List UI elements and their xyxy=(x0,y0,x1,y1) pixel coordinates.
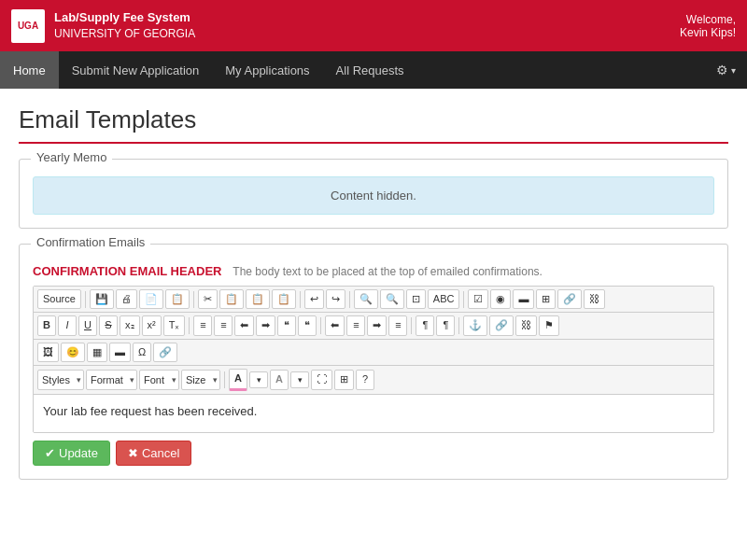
tb-unlink2[interactable]: ⛓ xyxy=(515,315,537,335)
tb-cut[interactable]: ✂ xyxy=(198,289,218,309)
tb-hline[interactable]: ▬ xyxy=(109,343,131,362)
navbar: Home Submit New Application My Applicati… xyxy=(0,51,747,89)
header-title: Lab/Supply Fee System UNIVERSITY OF GEOR… xyxy=(54,9,195,42)
cancel-button[interactable]: ✖ Cancel xyxy=(116,441,191,466)
tb-image[interactable]: 🖼 xyxy=(37,343,59,362)
tb-find[interactable]: 🔍 xyxy=(354,289,378,309)
editor-content[interactable]: Your lab fee request has been received. xyxy=(34,395,713,432)
nav-gear-dropdown[interactable]: ⚙ ▾ xyxy=(705,51,747,89)
toolbar-row-4: Styles Format Font Size xyxy=(34,366,713,394)
logo-box: UGA xyxy=(11,9,45,43)
tb-redo[interactable]: ↪ xyxy=(326,289,345,309)
tb-help[interactable]: ? xyxy=(356,370,374,389)
tb-anchor[interactable]: ⚓ xyxy=(463,315,487,335)
confirmation-emails-legend: Confirmation Emails xyxy=(31,235,150,249)
tb-subscript[interactable]: x₂ xyxy=(120,315,140,335)
tb-templates[interactable]: 📄 xyxy=(139,289,163,309)
tb-show-blocks[interactable]: ⊞ xyxy=(334,370,354,389)
tb-link[interactable]: 🔗 xyxy=(557,289,582,309)
tb-table2[interactable]: ▦ xyxy=(87,343,107,362)
conf-email-header-label: CONFIRMATION EMAIL HEADER xyxy=(33,264,221,278)
tb-maximize[interactable]: ⛶ xyxy=(311,370,332,389)
tb-sep-9 xyxy=(458,317,459,334)
tb-align-left[interactable]: ⬅ xyxy=(325,315,345,335)
tb-align-right[interactable]: ➡ xyxy=(367,315,387,335)
tb-paste-text[interactable]: 📋 xyxy=(272,289,296,309)
tb-sep-6 xyxy=(189,317,190,334)
tb-paste[interactable]: 📋 xyxy=(246,289,270,309)
logo-text: UGA xyxy=(18,21,38,31)
tb-ol[interactable]: ≡ xyxy=(193,315,212,335)
system-name-line2: UNIVERSITY OF GEORGIA xyxy=(54,26,195,42)
tb-blockquote[interactable]: ❝ xyxy=(277,315,296,335)
tb-unlink[interactable]: ⛓ xyxy=(584,289,605,309)
tb-save[interactable]: 💾 xyxy=(90,289,114,309)
tb-print[interactable]: 🖨 xyxy=(116,289,137,309)
tb-radio[interactable]: ◉ xyxy=(490,289,511,309)
tb-bidi-ltr[interactable]: ¶ xyxy=(416,315,434,335)
tb-table[interactable]: ⊞ xyxy=(536,289,556,309)
tb-div[interactable]: ❝ xyxy=(298,315,317,335)
tb-rule[interactable]: ▬ xyxy=(513,289,534,309)
tb-special-char[interactable]: Ω xyxy=(133,343,151,362)
font-select-wrap: Font xyxy=(139,370,179,390)
tb-preview[interactable]: 📋 xyxy=(165,289,190,309)
tb-replace[interactable]: 🔍 xyxy=(380,289,404,309)
tb-checkbox[interactable]: ☑ xyxy=(468,289,488,309)
tb-sep-5 xyxy=(463,291,464,308)
tb-sep-3 xyxy=(300,291,301,308)
update-label: Update xyxy=(59,446,98,460)
format-select[interactable]: Format xyxy=(86,370,137,390)
tb-copy[interactable]: 📋 xyxy=(219,289,244,309)
tb-bg-color-dropdown[interactable]: ▾ xyxy=(290,371,309,389)
tb-bidi-rtl[interactable]: ¶ xyxy=(436,315,455,335)
tb-sep-1 xyxy=(85,291,86,308)
tb-remove-format[interactable]: Tₓ xyxy=(163,315,186,335)
nav-all-requests[interactable]: All Requests xyxy=(323,51,417,89)
tb-font-color-dropdown[interactable]: ▾ xyxy=(249,371,268,389)
tb-select-all[interactable]: ⊡ xyxy=(406,289,426,309)
tb-underline[interactable]: U xyxy=(78,315,97,335)
nav-my-applications[interactable]: My Applications xyxy=(212,51,322,89)
tb-sep-8 xyxy=(411,317,412,334)
tb-emoji[interactable]: 😊 xyxy=(61,343,85,362)
toolbar-row-1: Source 💾 🖨 📄 📋 ✂ 📋 📋 📋 ↩ ↪ 🔍 🔍 ⊡ ABC xyxy=(34,287,713,313)
header-right: Welcome, Kevin Kips! xyxy=(680,13,736,39)
tb-bold[interactable]: B xyxy=(37,315,56,335)
tb-outdent[interactable]: ⬅ xyxy=(234,315,254,335)
tb-undo[interactable]: ↩ xyxy=(304,289,324,309)
size-select[interactable]: Size xyxy=(181,370,220,390)
tb-indent[interactable]: ➡ xyxy=(256,315,275,335)
tb-ul[interactable]: ≡ xyxy=(214,315,233,335)
tb-link3[interactable]: 🔗 xyxy=(153,343,177,362)
header-left: UGA Lab/Supply Fee System UNIVERSITY OF … xyxy=(11,9,195,43)
toolbar-row-3: 🖼 😊 ▦ ▬ Ω 🔗 xyxy=(34,340,713,366)
update-button[interactable]: ✔ Update xyxy=(33,441,110,466)
nav-home[interactable]: Home xyxy=(0,51,59,89)
tb-align-justify[interactable]: ≡ xyxy=(388,315,407,335)
tb-sep-2 xyxy=(193,291,194,308)
size-select-wrap: Size xyxy=(181,370,220,390)
tb-superscript[interactable]: x² xyxy=(142,315,162,335)
tb-bg-color[interactable]: A xyxy=(270,370,289,389)
gear-icon: ⚙ xyxy=(716,63,728,77)
tb-link2[interactable]: 🔗 xyxy=(489,315,514,335)
user-name: Kevin Kips! xyxy=(680,26,736,39)
tb-source[interactable]: Source xyxy=(37,289,81,309)
tb-flag[interactable]: ⚑ xyxy=(539,315,559,335)
tb-align-center[interactable]: ≡ xyxy=(346,315,365,335)
checkmark-icon: ✔ xyxy=(45,446,55,460)
styles-select[interactable]: Styles xyxy=(37,370,84,390)
yearly-memo-content-hidden: Content hidden. xyxy=(33,176,714,215)
nav-submit-new-application[interactable]: Submit New Application xyxy=(59,51,213,89)
tb-font-color[interactable]: A xyxy=(229,369,247,390)
page-title: Email Templates xyxy=(19,105,728,134)
tb-italic[interactable]: I xyxy=(58,315,77,335)
yearly-memo-panel: Yearly Memo Content hidden. xyxy=(19,159,728,229)
tb-sep-7 xyxy=(320,317,321,334)
title-divider xyxy=(19,142,728,144)
tb-spell[interactable]: ABC xyxy=(428,289,460,309)
tb-strikethrough[interactable]: S xyxy=(99,315,118,335)
font-select[interactable]: Font xyxy=(139,370,179,390)
cancel-label: Cancel xyxy=(142,446,179,460)
